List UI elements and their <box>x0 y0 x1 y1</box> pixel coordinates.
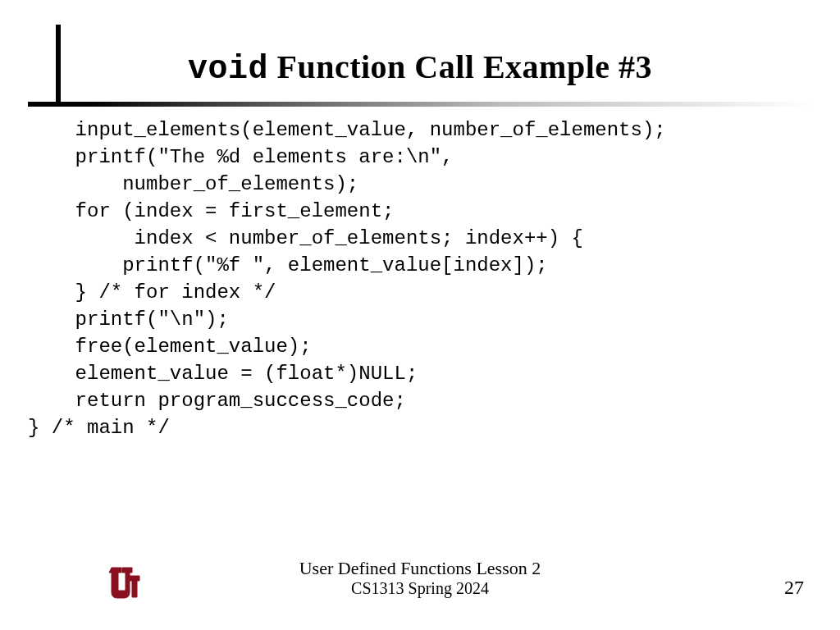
footer: User Defined Functions Lesson 2 CS1313 S… <box>0 558 840 607</box>
horizontal-rule <box>28 102 812 107</box>
title-keyword: void <box>188 51 268 88</box>
page-number: 27 <box>784 577 804 599</box>
slide: void Function Call Example #3 input_elem… <box>0 0 840 630</box>
footer-subtitle: CS1313 Spring 2024 <box>0 579 840 598</box>
slide-title: void Function Call Example #3 <box>188 48 652 85</box>
code-block: input_elements(element_value, number_of_… <box>28 116 812 441</box>
title-area: void Function Call Example #3 <box>0 48 840 88</box>
footer-center: User Defined Functions Lesson 2 CS1313 S… <box>0 558 840 598</box>
title-rest: Function Call Example #3 <box>268 48 652 85</box>
footer-title: User Defined Functions Lesson 2 <box>0 558 840 579</box>
